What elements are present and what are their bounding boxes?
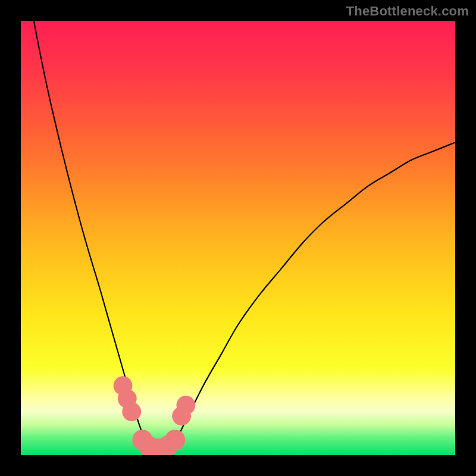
data-marker (165, 430, 185, 450)
data-marker (122, 402, 141, 421)
watermark-text: TheBottleneck.com (346, 4, 469, 19)
data-marker (177, 396, 196, 415)
